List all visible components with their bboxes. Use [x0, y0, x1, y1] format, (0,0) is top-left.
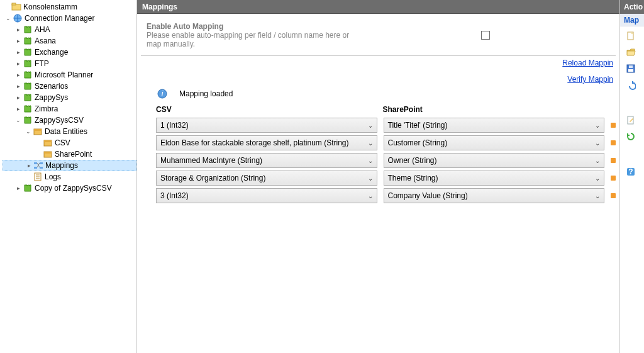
reload-mapping-link[interactable]: Reload Mappin — [562, 59, 613, 67]
panel-title: Mappings — [137, 0, 619, 14]
globe-icon — [13, 13, 23, 23]
puzzle-icon — [23, 59, 33, 69]
help-icon[interactable]: ? — [625, 166, 636, 177]
mapping-icon — [33, 160, 43, 171]
automap-checkbox[interactable] — [481, 31, 490, 40]
tree-logs-label: Logs — [45, 172, 61, 181]
column-headers: CSV SharePoint — [137, 105, 619, 116]
tree-item-ftp[interactable]: ▸FTP — [3, 58, 136, 69]
status-dot-icon — [611, 158, 616, 163]
svg-rect-25 — [628, 116, 633, 124]
status-dot-icon — [611, 176, 616, 181]
svg-rect-10 — [40, 162, 43, 164]
tree-mappings[interactable]: ▸ Mappings — [3, 160, 136, 171]
right-subtitle-text: Map — [624, 16, 639, 25]
refresh-icon[interactable] — [625, 131, 636, 142]
mapping-row: Storage & Organization (String)⌄Theme (S… — [141, 169, 616, 187]
chevron-right-icon[interactable]: ▸ — [14, 60, 23, 67]
status-dot-icon — [611, 140, 616, 145]
tree-item-label: Exchange — [35, 48, 68, 57]
tree-item-label: Microsoft Planner — [35, 70, 93, 79]
chevron-down-icon[interactable]: ⌄ — [14, 117, 23, 123]
tree-item-zimbra[interactable]: ▸Zimbra — [3, 103, 136, 115]
tree-mappings-label: Mappings — [45, 161, 78, 170]
svg-rect-1 — [12, 3, 16, 5]
center-panel: Mappings Enable Auto Mapping Please enab… — [137, 0, 620, 353]
tree-entity-sharepoint[interactable]: ▸SharePoint — [3, 148, 136, 160]
chevron-right-icon[interactable]: ▸ — [14, 185, 23, 191]
sp-dropdown[interactable]: Title 'Titel' (String)⌄ — [384, 118, 605, 133]
tree-item-exchange[interactable]: ▸Exchange — [3, 47, 136, 58]
chevron-down-icon: ⌄ — [595, 140, 600, 147]
chevron-right-icon[interactable]: ▸ — [14, 94, 23, 101]
tree-data-entities[interactable]: ⌄ Data Entities — [3, 126, 136, 137]
svg-text:i: i — [162, 89, 164, 98]
tree-copy-zcsv[interactable]: ▸ Copy of ZappySysCSV — [3, 182, 136, 194]
chevron-right-icon[interactable]: ▸ — [14, 49, 23, 55]
status-text: Mapping loaded — [179, 89, 233, 98]
csv-dropdown[interactable]: Muhammed MacIntyre (String)⌄ — [156, 153, 377, 168]
csv-dropdown[interactable]: Eldon Base for stackable storage shelf, … — [156, 135, 377, 150]
chevron-right-icon[interactable]: ▸ — [14, 83, 23, 89]
links-row: Reload Mappin Verify Mappin — [137, 56, 619, 84]
tree-connmgr-label: Connection Manager — [25, 14, 94, 23]
chevron-right-icon[interactable]: ▸ — [14, 38, 23, 44]
chevron-down-icon[interactable]: ⌄ — [4, 15, 13, 21]
chevron-down-icon[interactable]: ⌄ — [24, 128, 33, 135]
tree-item-label: Szenarios — [35, 82, 68, 91]
puzzle-icon — [23, 81, 33, 91]
chevron-down-icon: ⌄ — [595, 122, 600, 129]
tree-root-label: Konsolenstamm — [23, 3, 77, 11]
tree-item-label: Zimbra — [35, 104, 58, 113]
log-icon — [33, 172, 43, 182]
chevron-right-icon[interactable]: ▸ — [14, 106, 23, 112]
open-folder-icon[interactable] — [625, 47, 636, 58]
tree-item-zappysys[interactable]: ▸ZappySys — [3, 92, 136, 103]
svg-text:?: ? — [628, 167, 633, 176]
tree-item-szenarios[interactable]: ▸Szenarios — [3, 81, 136, 92]
chevron-right-icon[interactable]: ▸ — [14, 72, 23, 78]
sp-dropdown[interactable]: Company Value (String)⌄ — [384, 188, 605, 203]
puzzle-icon — [23, 92, 33, 103]
verify-mapping-link[interactable]: Verify Mappin — [567, 75, 613, 84]
entity-icon — [43, 138, 53, 148]
chevron-down-icon: ⌄ — [595, 193, 600, 199]
puzzle-icon — [23, 70, 33, 80]
chevron-right-icon[interactable]: ▸ — [25, 162, 33, 169]
tree-item-label: Asana — [35, 36, 56, 45]
tree-panel: ▸ Konsolenstamm ⌄ Connection Manager ▸AH… — [0, 0, 137, 353]
mapping-row: 3 (Int32)⌄Company Value (String)⌄ — [141, 187, 616, 205]
edit-icon[interactable] — [625, 115, 636, 126]
tree-item-label: AHA — [35, 25, 50, 34]
puzzle-icon — [23, 104, 33, 114]
sp-dropdown[interactable]: Customer (String)⌄ — [384, 135, 605, 150]
tree-entity-csv[interactable]: ▸CSV — [3, 137, 136, 148]
status-dot-icon — [611, 193, 616, 198]
entity-icon — [43, 149, 53, 159]
puzzle-icon — [23, 183, 33, 193]
csv-dropdown-value: Eldon Base for stackable storage shelf, … — [160, 138, 348, 147]
tree-item-asana[interactable]: ▸Asana — [3, 35, 136, 47]
csv-dropdown[interactable]: 1 (Int32)⌄ — [156, 118, 377, 133]
svg-rect-11 — [34, 167, 37, 169]
mapping-row: 1 (Int32)⌄Title 'Titel' (String)⌄ — [141, 116, 616, 134]
chevron-right-icon[interactable]: ▸ — [14, 26, 23, 33]
tree-logs[interactable]: ▸ Logs — [3, 171, 136, 182]
csv-dropdown[interactable]: 3 (Int32)⌄ — [156, 188, 377, 203]
sp-dropdown[interactable]: Theme (String)⌄ — [384, 171, 605, 186]
tree-zappysyscsv[interactable]: ⌄ ZappySysCSV — [3, 115, 136, 126]
tree-item-aha[interactable]: ▸AHA — [3, 24, 136, 35]
tree-root[interactable]: ▸ Konsolenstamm — [3, 1, 136, 13]
csv-dropdown[interactable]: Storage & Organization (String)⌄ — [156, 171, 377, 186]
save-icon[interactable] — [625, 63, 636, 74]
svg-rect-24 — [629, 65, 633, 68]
chevron-down-icon: ⌄ — [595, 175, 600, 182]
sp-dropdown[interactable]: Owner (String)⌄ — [384, 153, 605, 168]
new-icon[interactable] — [625, 30, 636, 42]
tree-item-microsoft-planner[interactable]: ▸Microsoft Planner — [3, 69, 136, 81]
mapping-row: Muhammed MacIntyre (String)⌄Owner (Strin… — [141, 152, 616, 169]
puzzle-icon — [23, 25, 33, 35]
puzzle-icon — [23, 36, 33, 46]
undo-icon[interactable] — [625, 79, 636, 91]
tree-connection-manager[interactable]: ⌄ Connection Manager — [3, 13, 136, 24]
